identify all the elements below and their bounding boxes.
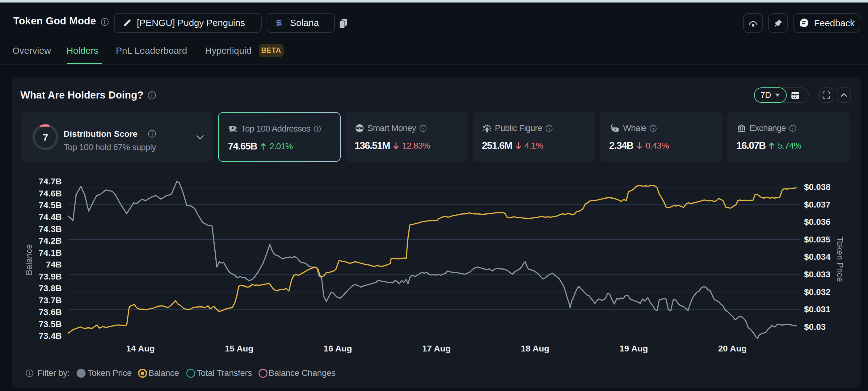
svg-text:74.5B: 74.5B (39, 200, 62, 210)
svg-text:$0.036: $0.036 (804, 217, 831, 227)
svg-text:16 Aug: 16 Aug (323, 344, 352, 353)
svg-text:17 Aug: 17 Aug (422, 344, 451, 353)
svg-text:$0.037: $0.037 (804, 200, 831, 209)
svg-text:$0.031: $0.031 (804, 304, 831, 314)
svg-text:$0.033: $0.033 (804, 270, 831, 279)
svg-text:$0.032: $0.032 (804, 287, 831, 297)
svg-text:$0.034: $0.034 (804, 252, 831, 262)
svg-text:15 Aug: 15 Aug (225, 344, 253, 353)
svg-text:74.4B: 74.4B (39, 212, 62, 222)
svg-text:19 Aug: 19 Aug (620, 344, 648, 353)
svg-text:73.5B: 73.5B (39, 319, 62, 329)
svg-text:74.7B: 74.7B (39, 177, 62, 186)
svg-text:74.2B: 74.2B (39, 236, 62, 246)
svg-text:18 Aug: 18 Aug (521, 344, 549, 353)
svg-text:Balance: Balance (24, 244, 34, 275)
svg-text:$0.038: $0.038 (804, 182, 831, 192)
svg-text:$0.035: $0.035 (804, 235, 831, 244)
svg-text:73.8B: 73.8B (39, 284, 62, 293)
svg-text:73.4B: 73.4B (39, 331, 62, 341)
svg-text:73.7B: 73.7B (39, 296, 62, 305)
svg-text:$0.03: $0.03 (804, 322, 826, 332)
svg-text:74.3B: 74.3B (39, 224, 62, 234)
svg-text:Token Price: Token Price (835, 237, 845, 282)
svg-text:7: 7 (43, 132, 48, 142)
svg-text:73.6B: 73.6B (39, 307, 62, 317)
svg-text:73.9B: 73.9B (39, 272, 62, 281)
svg-text:74.6B: 74.6B (39, 189, 62, 198)
svg-text:20 Aug: 20 Aug (718, 344, 747, 353)
svg-text:74B: 74B (46, 260, 62, 269)
svg-text:14 Aug: 14 Aug (126, 344, 155, 353)
svg-text:74.1B: 74.1B (39, 248, 62, 258)
